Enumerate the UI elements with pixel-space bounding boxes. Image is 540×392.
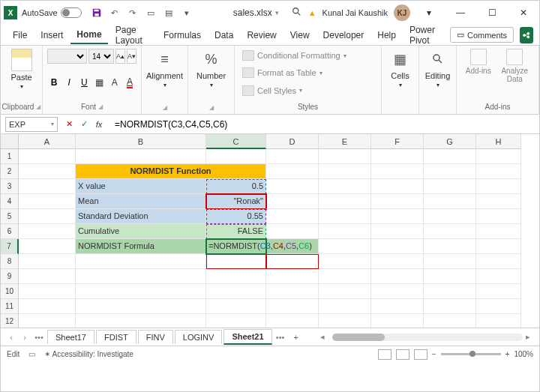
cell[interactable] [19, 254, 76, 269]
cell[interactable] [476, 194, 521, 209]
row-header[interactable]: 4 [1, 194, 19, 209]
search-icon[interactable] [292, 7, 302, 19]
tab-review[interactable]: Review [241, 27, 282, 43]
cell[interactable] [266, 269, 319, 284]
cell[interactable] [319, 149, 371, 164]
cell[interactable] [206, 269, 266, 284]
cell[interactable] [319, 194, 371, 209]
cell[interactable] [371, 314, 424, 328]
view-normal-icon[interactable] [378, 349, 392, 360]
cell[interactable] [424, 179, 476, 194]
row-header[interactable]: 6 [1, 224, 19, 239]
cell[interactable] [266, 179, 319, 194]
cell[interactable] [371, 284, 424, 299]
fx-icon[interactable]: fx [92, 118, 106, 131]
cell[interactable] [319, 254, 371, 269]
cell[interactable] [206, 299, 266, 314]
cell-c5[interactable]: 0.55 [206, 209, 266, 224]
cell[interactable] [476, 314, 521, 328]
zoom-in-button[interactable]: + [506, 350, 510, 358]
cell[interactable] [476, 179, 521, 194]
qat-icon-2[interactable]: ▤ [162, 6, 176, 19]
cell[interactable] [19, 149, 76, 164]
cell[interactable] [266, 254, 319, 269]
cell[interactable] [476, 149, 521, 164]
view-page-layout-icon[interactable] [396, 349, 410, 360]
cell[interactable] [76, 254, 206, 269]
dialog-launcher-icon[interactable]: ◢ [98, 103, 103, 110]
cell[interactable] [424, 299, 476, 314]
tab-data[interactable]: Data [208, 27, 239, 43]
format-as-table-button[interactable]: Format as Table▾ [239, 66, 376, 79]
cell[interactable] [76, 314, 206, 328]
sheet-nav-prev-icon[interactable]: ‹ [5, 333, 17, 342]
cell[interactable] [476, 254, 521, 269]
sheet-nav-next-icon[interactable]: › [19, 333, 31, 342]
tab-developer[interactable]: Developer [317, 27, 370, 43]
cell[interactable] [319, 179, 371, 194]
save-icon[interactable] [90, 6, 104, 19]
cell[interactable] [266, 164, 319, 179]
cell[interactable] [319, 269, 371, 284]
sheet-tab[interactable]: FDIST [96, 330, 136, 344]
cell-c4[interactable]: "Ronak" [206, 194, 266, 209]
dialog-launcher-icon[interactable]: ◢ [163, 104, 167, 111]
analyze-data-button[interactable]: Analyze Data [500, 49, 530, 101]
cell[interactable] [76, 149, 206, 164]
cell[interactable] [76, 269, 206, 284]
cell[interactable]: Standard Deviation [76, 209, 206, 224]
cell[interactable] [371, 194, 424, 209]
tab-file[interactable]: File [7, 27, 33, 43]
comments-button[interactable]: ▭ Comments [450, 27, 514, 43]
sheet-tab[interactable]: Sheet21 [224, 329, 272, 345]
ribbon-display-icon[interactable]: ▾ [416, 2, 442, 23]
cell[interactable] [424, 164, 476, 179]
dialog-launcher-icon[interactable]: ◢ [209, 104, 214, 111]
row-header[interactable]: 3 [1, 179, 19, 194]
italic-button[interactable]: I [62, 75, 76, 90]
col-header-a[interactable]: A [19, 134, 76, 149]
editing-button[interactable]: Editing ▾ [424, 49, 452, 88]
cell[interactable] [424, 209, 476, 224]
col-header-h[interactable]: H [476, 134, 521, 149]
cell[interactable] [319, 224, 371, 239]
autosave-toggle[interactable] [61, 7, 82, 18]
minimize-button[interactable]: — [448, 2, 473, 23]
cell[interactable] [266, 284, 319, 299]
cell[interactable] [371, 254, 424, 269]
cell[interactable] [19, 194, 76, 209]
row-header[interactable]: 11 [1, 299, 19, 314]
underline-button[interactable]: U [77, 75, 91, 90]
cell[interactable] [476, 299, 521, 314]
cell[interactable] [371, 269, 424, 284]
cell-title[interactable]: NORMDIST Function [76, 164, 266, 179]
tab-view[interactable]: View [284, 27, 316, 43]
cell[interactable] [19, 269, 76, 284]
maximize-button[interactable]: ☐ [479, 2, 505, 23]
cell[interactable] [319, 314, 371, 328]
cell[interactable] [371, 239, 424, 254]
cell[interactable] [371, 179, 424, 194]
share-button[interactable] [520, 27, 533, 43]
cell[interactable] [319, 164, 371, 179]
row-header[interactable]: 1 [1, 149, 19, 164]
cell[interactable] [476, 284, 521, 299]
cell[interactable] [424, 254, 476, 269]
redo-icon[interactable]: ↷ [126, 6, 140, 19]
increase-font-icon[interactable]: A▴ [116, 49, 125, 64]
cell[interactable] [19, 314, 76, 328]
conditional-formatting-button[interactable]: Conditional Formatting▾ [239, 49, 376, 62]
col-header-d[interactable]: D [266, 134, 319, 149]
row-header[interactable]: 2 [1, 164, 19, 179]
cell[interactable] [319, 239, 371, 254]
grid-area[interactable]: A B C D E F G H 1 2 3 4 5 6 7 8 9 10 11 … [1, 134, 539, 328]
cell[interactable] [266, 194, 319, 209]
warning-icon[interactable]: ▲ [308, 8, 316, 17]
cell[interactable] [424, 239, 476, 254]
zoom-out-button[interactable]: − [432, 350, 436, 358]
formula-input[interactable] [112, 117, 539, 132]
view-page-break-icon[interactable] [414, 349, 428, 360]
tab-power-pivot[interactable]: Power Pivot [404, 22, 448, 49]
fill-color-icon[interactable]: A [108, 75, 122, 90]
undo-icon[interactable]: ↶ [108, 6, 122, 19]
